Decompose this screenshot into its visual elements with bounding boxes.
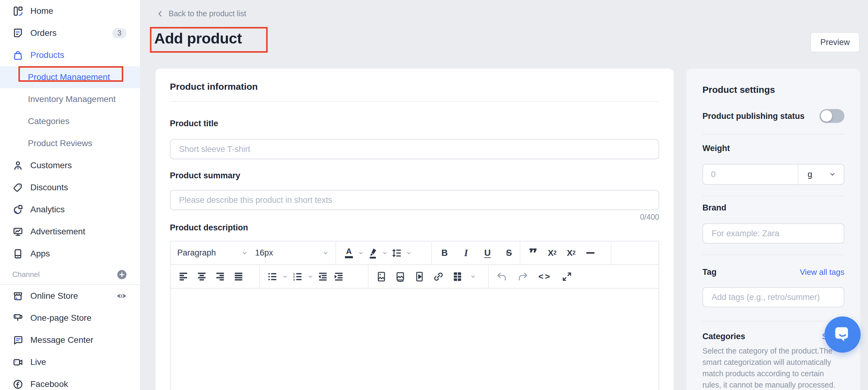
channel-section-header: Channel [0, 265, 140, 284]
align-center-button[interactable] [196, 269, 208, 284]
toolbar-group-format: Paragraph 16px [170, 241, 336, 264]
preview-button[interactable]: Preview [810, 32, 860, 53]
sidebar-item-discounts[interactable]: Discounts [0, 176, 140, 198]
plus-circle-icon [117, 270, 127, 280]
view-all-tags-link[interactable]: View all tags [800, 267, 845, 277]
bullet-list-icon [267, 271, 278, 282]
tag-input[interactable] [703, 287, 844, 307]
sidebar-item-live[interactable]: Live [0, 351, 140, 373]
sidebar-item-inventory-management[interactable]: Inventory Management [0, 88, 140, 110]
sidebar-item-one-page-store[interactable]: One-page Store [0, 307, 140, 329]
toolbar-group-media [369, 265, 489, 288]
highlighter-icon [368, 247, 378, 259]
line-height-icon [391, 248, 402, 259]
redo-button[interactable] [517, 269, 529, 284]
sidebar-item-label: Orders [30, 28, 105, 38]
editor-toolbar-row-2: 123 [170, 265, 659, 289]
outdent-icon [318, 271, 328, 282]
fullscreen-icon [561, 271, 572, 282]
orders-count-badge: 3 [112, 28, 127, 38]
brand-input[interactable] [703, 223, 844, 243]
paragraph-select[interactable]: Paragraph [177, 248, 248, 258]
sidebar-item-categories[interactable]: Categories [0, 110, 140, 132]
back-to-product-list-link[interactable]: Back to the product list [157, 9, 246, 18]
home-icon [12, 5, 24, 17]
sidebar-item-label: Message Center [30, 335, 127, 345]
sidebar-item-online-store[interactable]: Online Store [0, 285, 140, 307]
chevron-down-icon [382, 250, 388, 256]
chevron-down-icon [322, 250, 329, 256]
add-product-page: { "colors": { "accent_blue": "#3d66f2", … [0, 0, 868, 390]
product-information-heading: Product information [170, 69, 659, 92]
blockquote-button[interactable]: ❞ [527, 249, 539, 258]
sidebar-item-advertisement[interactable]: Advertisement [0, 221, 140, 242]
product-title-input[interactable] [170, 139, 659, 159]
superscript-button[interactable]: X2 [565, 246, 577, 260]
undo-button[interactable] [495, 269, 508, 284]
toolbar-group-lists: 123 [260, 265, 369, 288]
one-page-store-icon [12, 313, 24, 324]
weight-input[interactable] [703, 164, 798, 184]
chevron-down-icon [829, 171, 836, 178]
description-editor-content[interactable] [170, 289, 659, 390]
insert-video-button[interactable] [413, 269, 426, 284]
weight-unit-select[interactable]: g [798, 164, 844, 184]
align-justify-button[interactable] [232, 269, 245, 284]
tag-row: Tag View all tags [703, 267, 844, 277]
code-view-button[interactable]: <> [538, 269, 552, 284]
subscript-button[interactable]: X2 [546, 246, 558, 260]
bold-button[interactable]: B [438, 246, 451, 260]
strikethrough-button[interactable]: S [503, 246, 515, 260]
sidebar-item-label: Facebook [30, 379, 127, 389]
sidebar-item-analytics[interactable]: Analytics [0, 198, 140, 221]
online-store-visibility-button[interactable] [117, 292, 127, 300]
insert-table-button[interactable] [451, 269, 464, 284]
link-icon [433, 271, 444, 282]
product-summary-input[interactable] [170, 190, 659, 210]
horizontal-rule-button[interactable] [584, 246, 596, 260]
sidebar-item-product-management[interactable]: Product Management [0, 66, 140, 88]
publishing-status-label: Product publishing status [703, 111, 805, 121]
advertisement-icon [12, 226, 24, 237]
text-color-button[interactable]: A [343, 246, 355, 260]
sidebar-item-label: One-page Store [30, 313, 127, 323]
insert-gallery-button[interactable] [394, 269, 407, 284]
weight-label: Weight [703, 143, 844, 154]
align-center-icon [196, 271, 207, 282]
sidebar-item-home[interactable]: Home [0, 0, 140, 22]
customers-icon [12, 160, 24, 171]
align-right-button[interactable] [214, 269, 226, 284]
publishing-status-toggle[interactable] [819, 109, 844, 123]
font-size-select[interactable]: 16px [255, 248, 329, 258]
sidebar-item-apps[interactable]: Apps [0, 242, 140, 265]
insert-link-button[interactable] [432, 269, 444, 284]
settings-divider [703, 196, 844, 196]
sidebar-item-label: Product Management [28, 72, 127, 82]
underline-button[interactable]: U [482, 246, 494, 260]
fullscreen-button[interactable] [561, 269, 573, 284]
support-chat-button[interactable] [825, 317, 861, 353]
sidebar-item-label: Discounts [30, 183, 127, 192]
outdent-button[interactable] [317, 269, 329, 284]
sidebar-item-orders[interactable]: Orders 3 [0, 22, 140, 44]
add-channel-button[interactable] [117, 270, 127, 280]
bullet-list-button[interactable] [267, 269, 279, 284]
summary-char-counter: 0/400 [170, 213, 659, 221]
line-height-button[interactable] [391, 246, 403, 260]
sidebar-item-customers[interactable]: Customers [0, 154, 140, 176]
sidebar-item-products[interactable]: Products [0, 44, 140, 66]
sidebar-item-facebook[interactable]: Facebook [0, 373, 140, 390]
toolbar-group-align [170, 265, 260, 288]
sidebar-item-message-center[interactable]: Message Center [0, 329, 140, 351]
sidebar-item-label: Categories [28, 117, 127, 126]
online-store-icon [12, 290, 24, 302]
ordered-list-button[interactable]: 123 [291, 269, 304, 284]
sidebar-item-product-reviews[interactable]: Product Reviews [0, 132, 140, 154]
highlight-color-button[interactable] [367, 246, 379, 260]
indent-button[interactable] [333, 269, 345, 284]
insert-image-button[interactable] [375, 269, 388, 284]
align-left-button[interactable] [177, 269, 189, 284]
tag-label: Tag [703, 267, 716, 277]
italic-button[interactable]: I [460, 246, 472, 260]
sidebar-item-label: Live [30, 357, 127, 367]
